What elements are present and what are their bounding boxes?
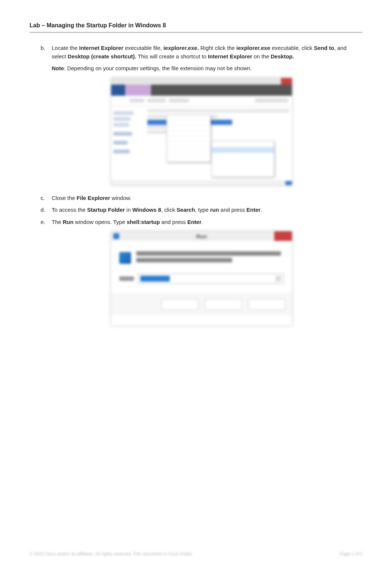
run-app-icon — [119, 252, 131, 264]
figure-run-dialog: Run — [111, 231, 292, 326]
text-bold: File Explorer — [77, 195, 110, 201]
list-item-e: e. The Run window opens. Type shell:star… — [41, 218, 362, 227]
run-open-row — [111, 271, 292, 293]
text: To access the — [52, 207, 87, 213]
breadcrumb-bar — [111, 96, 292, 106]
text: , click — [161, 207, 177, 213]
breadcrumb-segment — [169, 99, 189, 102]
text-bold: iexplorer.exe. — [164, 45, 199, 51]
text-bold: shell:startup — [127, 219, 160, 225]
list-item-d: d. To access the Startup Folder in Windo… — [41, 206, 362, 214]
text-bold: Send to — [314, 45, 334, 51]
text: Locate the — [52, 45, 79, 51]
text: and press — [219, 207, 246, 213]
paragraph: The Run window opens. Type shell:startup… — [52, 218, 362, 227]
menu-item — [167, 136, 210, 141]
sidebar-item — [113, 123, 129, 127]
document-content: b. Locate the Internet Explorer executab… — [30, 44, 362, 326]
text-bold: Internet Explorer — [79, 45, 123, 51]
text-bold: iexplorer.exe — [236, 45, 270, 51]
sidebar — [111, 106, 144, 181]
context-menu — [166, 115, 211, 162]
text: executable file, — [123, 45, 163, 51]
ribbon-active-tab — [125, 85, 151, 96]
menu-item — [167, 131, 210, 136]
run-input-value — [140, 276, 170, 282]
run-window-icon — [113, 233, 119, 239]
status-bar — [111, 181, 292, 185]
text-bold: Search — [176, 207, 195, 213]
view-toggle-icon — [285, 181, 292, 185]
sidebar-item — [113, 117, 131, 121]
submenu-item — [212, 159, 274, 165]
header-divider — [30, 32, 362, 33]
submenu-item-desktop-shortcut — [212, 147, 274, 153]
list-item-c: c. Close the File Explorer window. — [41, 194, 362, 203]
text-bold: Startup Folder — [87, 207, 125, 213]
note: Note: Depending on your computer setting… — [52, 64, 362, 73]
description-line — [136, 258, 232, 262]
text-bold: Desktop (create shortcut). — [68, 53, 136, 59]
description-line — [136, 251, 281, 256]
breadcrumb-segment — [130, 99, 144, 102]
text: This will create a shortcut to — [136, 53, 208, 59]
submenu-item — [212, 165, 274, 171]
text: on the — [252, 53, 271, 59]
close-icon — [274, 231, 292, 241]
breadcrumb-segment — [147, 99, 166, 102]
ribbon — [111, 85, 292, 96]
page-footer: © 2015 Cisco and/or its affiliates. All … — [30, 551, 362, 557]
text: and press — [160, 219, 187, 225]
text: , type — [195, 207, 210, 213]
menu-item — [167, 152, 210, 157]
text-bold: Run — [63, 219, 73, 225]
paragraph: Locate the Internet Explorer executable … — [52, 44, 362, 61]
submenu-item — [212, 141, 274, 147]
sendto-submenu — [212, 141, 274, 177]
text-bold: Windows 8 — [132, 207, 161, 213]
note-text: : Depending on your computer settings, t… — [64, 65, 252, 71]
column-headers — [147, 109, 289, 113]
run-titlebar: Run — [111, 231, 292, 241]
text: in — [125, 207, 132, 213]
search-box — [255, 99, 288, 102]
submenu-item — [212, 153, 274, 159]
list-marker: b. — [41, 44, 47, 61]
text-bold: Desktop. — [271, 53, 294, 59]
text-bold: Enter — [247, 207, 261, 213]
text: Right click the — [199, 45, 237, 51]
text: Close the — [52, 195, 77, 201]
list-marker: e. — [41, 218, 47, 227]
paragraph: To access the Startup Folder in Windows … — [52, 206, 362, 214]
window-titlebar — [111, 78, 292, 85]
ok-button — [161, 299, 198, 310]
menu-item — [167, 157, 210, 162]
footer-page-number: Page 2 of 5 — [340, 551, 362, 557]
sidebar-item — [113, 150, 130, 153]
ribbon-file-tab — [111, 85, 125, 96]
sidebar-item — [113, 111, 134, 115]
run-buttons — [111, 293, 292, 315]
text-bold: run — [210, 207, 219, 213]
list-marker: c. — [41, 194, 47, 203]
ribbon-rest — [151, 85, 292, 96]
menu-item — [167, 146, 210, 152]
run-input — [138, 273, 284, 284]
text-bold: Enter — [187, 219, 201, 225]
open-label — [119, 276, 134, 281]
menu-item — [167, 120, 210, 126]
footer-copyright: © 2015 Cisco and/or its affiliates. All … — [30, 551, 193, 557]
text: The — [52, 219, 63, 225]
run-description — [111, 241, 292, 271]
sidebar-item — [113, 141, 128, 144]
list-item-b: b. Locate the Internet Explorer executab… — [41, 44, 362, 61]
text: . — [202, 219, 203, 225]
list-marker: d. — [41, 206, 47, 214]
text: window opens. Type — [73, 219, 127, 225]
figure-file-explorer — [111, 78, 292, 185]
run-title: Run — [196, 233, 207, 239]
menu-item — [167, 141, 210, 146]
browse-button — [248, 299, 285, 310]
menu-item — [167, 115, 210, 120]
chevron-down-icon — [275, 276, 281, 282]
